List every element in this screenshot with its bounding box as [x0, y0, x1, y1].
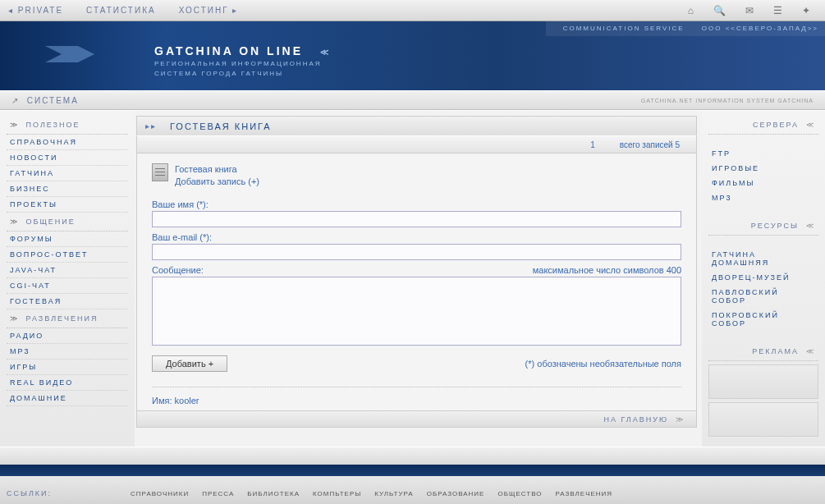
input-name[interactable] — [152, 211, 681, 227]
submit-button[interactable]: Добавить + — [152, 355, 227, 372]
pager-page[interactable]: 1 — [590, 140, 595, 149]
topbar-hosting[interactable]: ХОСТИНГ ▸ — [179, 6, 239, 15]
system-label[interactable]: СИСТЕМА — [27, 96, 79, 105]
footer-links-label: ССЫЛКИ: — [7, 489, 52, 497]
to-main-link[interactable]: НА ГЛАВНУЮ ≫ — [603, 415, 685, 424]
right-item-movies[interactable]: ФИЛЬМЫ — [708, 176, 818, 190]
left-section-useful: ≫ ПОЛЕЗНОЕ — [7, 116, 128, 135]
label-message: Сообщение: — [152, 265, 204, 275]
input-email[interactable] — [152, 244, 681, 260]
ad-slot-1[interactable] — [708, 364, 818, 399]
left-section-social: ≫ ОБЩЕНИЕ — [7, 213, 128, 231]
topbar-stats[interactable]: СТАТИСТИКА — [86, 6, 156, 15]
left-item-forums[interactable]: ФОРУМЫ — [7, 231, 128, 247]
right-sidebar: СЕРВЕРА ≪ FTP ИГРОВЫЕ ФИЛЬМЫ MP3 РЕСУРСЫ… — [702, 111, 825, 447]
pager-total: всего записей 5 — [620, 140, 680, 149]
topbar: ◂ PRIVATE СТАТИСТИКА ХОСТИНГ ▸ ⌂ 🔍 ✉ ☰ ✦ — [0, 0, 825, 21]
left-item-cgichat[interactable]: CGI-ЧАТ — [7, 278, 128, 294]
footer-link-press[interactable]: ПРЕССА — [202, 490, 234, 497]
right-section-resources: РЕСУРСЫ ≪ — [708, 217, 818, 236]
required-note: (*) обозначены необязательные поля — [525, 359, 681, 369]
footer-link-society[interactable]: ОБЩЕСТВО — [497, 490, 542, 497]
footer-link-culture[interactable]: КУЛЬТУРА — [374, 490, 413, 497]
system-bar: ↗ СИСТЕМА GATCHINA.NET INFORMATION SYSTE… — [0, 90, 825, 110]
guestbook-title: Гостевая книга — [175, 163, 259, 176]
system-note: GATCHINA.NET INFORMATION SYSTEM GATCHINA — [641, 98, 814, 103]
right-item-mp3[interactable]: MP3 — [708, 190, 818, 205]
guestbook-add-link[interactable]: Добавить запись (+) — [175, 176, 259, 186]
footer-link-computers[interactable]: КОМПЬТЕРЫ — [313, 490, 361, 497]
right-item-home[interactable]: ГАТЧИНА ДОМАШНЯЯ — [708, 247, 818, 270]
footer-link-fun[interactable]: РАЗВЛЕЧЕНИЯ — [555, 490, 612, 497]
input-message[interactable] — [152, 277, 681, 346]
left-item-news[interactable]: НОВОСТИ — [7, 150, 128, 166]
right-item-pokrov[interactable]: ПОКРОВСКИЙ СОБОР — [708, 308, 818, 331]
pager-bar: 1 всего записей 5 — [136, 135, 697, 153]
arrows-icon: ▸▸ — [145, 121, 157, 131]
mail-icon[interactable]: ✉ — [745, 5, 754, 16]
nav-icon[interactable]: ✦ — [802, 5, 810, 16]
label-name: Ваше имя (*): — [152, 199, 681, 209]
left-item-mp3[interactable]: MP3 — [7, 344, 128, 360]
content-header: ▸▸ ГОСТЕВАЯ КНИГА — [136, 116, 697, 135]
topbar-private[interactable]: ◂ PRIVATE — [8, 6, 63, 15]
right-item-games[interactable]: ИГРОВЫЕ — [708, 161, 818, 176]
site-title: GATCHINA ON LINE ≪ — [154, 44, 331, 57]
left-item-ref[interactable]: СПРАВОЧНАЯ — [7, 135, 128, 150]
left-item-guestbook[interactable]: ГОСТЕВАЯ — [7, 294, 128, 309]
document-icon — [152, 163, 168, 181]
home-icon[interactable]: ⌂ — [688, 5, 694, 16]
footer-link-education[interactable]: ОБРАЗОВАНИЕ — [427, 490, 485, 497]
content-scroll[interactable]: Гостевая книга Добавить запись (+) Ваше … — [136, 153, 697, 411]
footer-link-ref[interactable]: СПРАВОЧНИКИ — [131, 490, 189, 497]
to-main-bar: НА ГЛАВНУЮ ≫ — [136, 411, 697, 428]
banner-comm: COMMUNICATION SERVICE — [563, 25, 685, 32]
left-item-gatchina[interactable]: ГАТЧИНА — [7, 166, 128, 181]
entry-row: Имя: kooler — [152, 387, 681, 405]
left-section-fun: ≫ РАЗВЛЕЧЕНИЯ — [7, 309, 128, 328]
left-item-games[interactable]: ИГРЫ — [7, 360, 128, 375]
right-section-ads: РЕКЛАМА ≪ — [708, 342, 818, 361]
footer-link-library[interactable]: БИБЛИОТЕКА — [247, 490, 300, 497]
menu-icon[interactable]: ☰ — [773, 5, 782, 16]
site-subtitle: РЕГИОНАЛЬНАЯ ИНФОРМАЦИОННАЯСИСТЕМА ГОРОД… — [154, 59, 322, 79]
left-item-radio[interactable]: РАДИО — [7, 328, 128, 344]
main-content: ▸▸ ГОСТЕВАЯ КНИГА 1 всего записей 5 Гост… — [135, 111, 702, 447]
right-section-servers: СЕРВЕРА ≪ — [708, 116, 818, 135]
left-item-qa[interactable]: ВОПРОС-ОТВЕТ — [7, 247, 128, 263]
left-item-business[interactable]: БИЗНЕС — [7, 181, 128, 197]
label-maxchars: максимальное число символов 400 — [533, 265, 681, 275]
left-item-javachat[interactable]: JAVA-ЧАТ — [7, 263, 128, 278]
right-item-palace[interactable]: ДВОРЕЦ-МУЗЕЙ — [708, 270, 818, 285]
search-icon[interactable]: 🔍 — [713, 5, 726, 16]
banner: COMMUNICATION SERVICE ООО <<СЕВЕРО-ЗАПАД… — [0, 21, 825, 90]
footer-spacer — [0, 447, 825, 465]
left-item-realvideo[interactable]: REAL ВИДЕО — [7, 375, 128, 391]
svg-marker-0 — [45, 46, 94, 62]
banner-nw: ООО <<СЕВЕРО-ЗАПАД>> — [702, 25, 818, 32]
content-title: ГОСТЕВАЯ КНИГА — [170, 121, 272, 131]
right-item-ftp[interactable]: FTP — [708, 146, 818, 161]
logo-arrow-icon — [45, 42, 94, 66]
left-item-projects[interactable]: ПРОЕКТЫ — [7, 197, 128, 213]
label-email: Ваш e-mail (*): — [152, 232, 681, 242]
footer-bar: ССЫЛКИ: СПРАВОЧНИКИ ПРЕССА БИБЛИОТЕКА КО… — [0, 465, 825, 504]
ad-slot-2[interactable] — [708, 402, 818, 437]
right-item-pavlov[interactable]: ПАВЛОВСКИЙ СОБОР — [708, 285, 818, 308]
left-sidebar: ≫ ПОЛЕЗНОЕ СПРАВОЧНАЯ НОВОСТИ ГАТЧИНА БИ… — [0, 111, 135, 447]
left-item-home[interactable]: ДОМАШНИЕ — [7, 391, 128, 406]
